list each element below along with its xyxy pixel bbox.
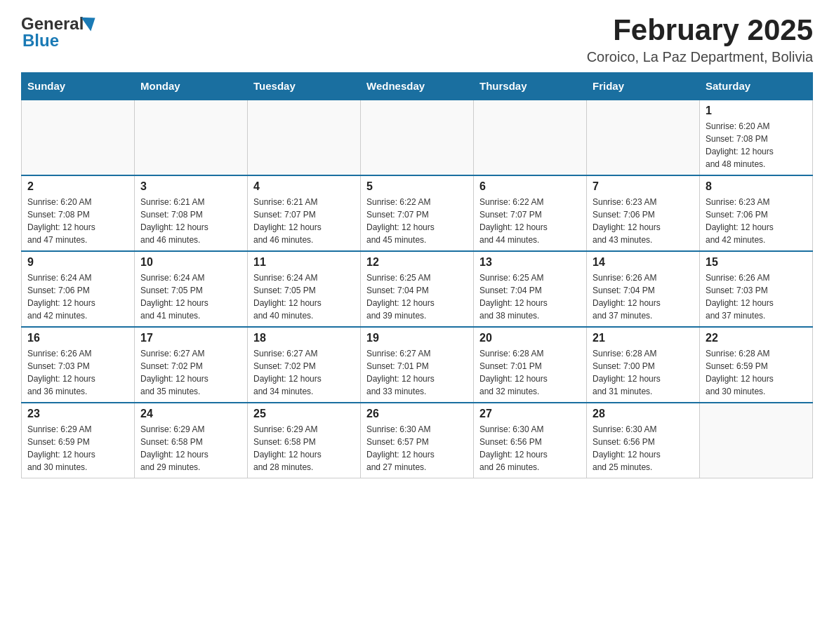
day-number: 19: [366, 332, 468, 344]
day-info: Sunrise: 6:30 AMSunset: 6:56 PMDaylight:…: [479, 423, 581, 474]
day-info: Sunrise: 6:27 AMSunset: 7:01 PMDaylight:…: [366, 347, 468, 398]
calendar-body: 1Sunrise: 6:20 AMSunset: 7:08 PMDaylight…: [22, 100, 813, 478]
logo-arrow-icon: [81, 11, 100, 32]
day-number: 1: [706, 105, 807, 117]
calendar-week-4: 16Sunrise: 6:26 AMSunset: 7:03 PMDayligh…: [22, 327, 813, 403]
calendar-cell: 2Sunrise: 6:20 AMSunset: 7:08 PMDaylight…: [22, 175, 135, 251]
calendar-cell: 28Sunrise: 6:30 AMSunset: 6:56 PMDayligh…: [587, 403, 700, 478]
day-number: 12: [366, 256, 468, 269]
day-info: Sunrise: 6:21 AMSunset: 7:07 PMDaylight:…: [253, 196, 355, 246]
day-number: 21: [593, 332, 694, 344]
day-header-sunday: Sunday: [22, 73, 135, 100]
calendar-cell: 9Sunrise: 6:24 AMSunset: 7:06 PMDaylight…: [22, 251, 135, 327]
day-number: 23: [27, 408, 128, 420]
calendar-cell: 18Sunrise: 6:27 AMSunset: 7:02 PMDayligh…: [248, 327, 361, 403]
day-number: 2: [27, 180, 128, 193]
calendar-cell: 10Sunrise: 6:24 AMSunset: 7:05 PMDayligh…: [135, 251, 248, 327]
day-info: Sunrise: 6:27 AMSunset: 7:02 PMDaylight:…: [140, 347, 241, 398]
calendar-cell: [248, 100, 361, 175]
calendar-cell: 23Sunrise: 6:29 AMSunset: 6:59 PMDayligh…: [22, 403, 135, 478]
day-info: Sunrise: 6:25 AMSunset: 7:04 PMDaylight:…: [479, 271, 581, 322]
day-info: Sunrise: 6:23 AMSunset: 7:06 PMDaylight:…: [706, 196, 807, 246]
day-header-saturday: Saturday: [700, 73, 813, 100]
day-number: 15: [706, 256, 807, 269]
calendar-cell: 5Sunrise: 6:22 AMSunset: 7:07 PMDaylight…: [361, 175, 474, 251]
day-info: Sunrise: 6:29 AMSunset: 6:58 PMDaylight:…: [140, 423, 241, 474]
calendar-cell: [587, 100, 700, 175]
day-number: 26: [366, 408, 468, 420]
day-info: Sunrise: 6:21 AMSunset: 7:08 PMDaylight:…: [140, 196, 241, 246]
calendar-cell: 11Sunrise: 6:24 AMSunset: 7:05 PMDayligh…: [248, 251, 361, 327]
day-info: Sunrise: 6:26 AMSunset: 7:03 PMDaylight:…: [27, 347, 128, 398]
day-number: 14: [593, 256, 694, 269]
day-info: Sunrise: 6:29 AMSunset: 6:59 PMDaylight:…: [27, 423, 128, 474]
calendar-week-5: 23Sunrise: 6:29 AMSunset: 6:59 PMDayligh…: [22, 403, 813, 478]
day-number: 25: [253, 408, 355, 420]
calendar-cell: 16Sunrise: 6:26 AMSunset: 7:03 PMDayligh…: [22, 327, 135, 403]
calendar-subtitle: Coroico, La Paz Department, Bolivia: [587, 49, 813, 65]
day-info: Sunrise: 6:24 AMSunset: 7:05 PMDaylight:…: [140, 271, 241, 322]
calendar-cell: 19Sunrise: 6:27 AMSunset: 7:01 PMDayligh…: [361, 327, 474, 403]
day-number: 22: [706, 332, 807, 344]
calendar-cell: [135, 100, 248, 175]
day-info: Sunrise: 6:23 AMSunset: 7:06 PMDaylight:…: [593, 196, 694, 246]
day-number: 13: [479, 256, 581, 269]
day-number: 6: [479, 180, 581, 193]
calendar-cell: 13Sunrise: 6:25 AMSunset: 7:04 PMDayligh…: [474, 251, 587, 327]
day-number: 5: [366, 180, 468, 193]
calendar-cell: 14Sunrise: 6:26 AMSunset: 7:04 PMDayligh…: [587, 251, 700, 327]
calendar-cell: 8Sunrise: 6:23 AMSunset: 7:06 PMDaylight…: [700, 175, 813, 251]
calendar-header: SundayMondayTuesdayWednesdayThursdayFrid…: [22, 73, 813, 100]
day-info: Sunrise: 6:26 AMSunset: 7:03 PMDaylight:…: [706, 271, 807, 322]
day-header-wednesday: Wednesday: [361, 73, 474, 100]
calendar-cell: 6Sunrise: 6:22 AMSunset: 7:07 PMDaylight…: [474, 175, 587, 251]
day-number: 24: [140, 408, 241, 420]
calendar-cell: 21Sunrise: 6:28 AMSunset: 7:00 PMDayligh…: [587, 327, 700, 403]
day-number: 3: [140, 180, 241, 193]
day-number: 7: [593, 180, 694, 193]
calendar-cell: 1Sunrise: 6:20 AMSunset: 7:08 PMDaylight…: [700, 100, 813, 175]
calendar-cell: 7Sunrise: 6:23 AMSunset: 7:06 PMDaylight…: [587, 175, 700, 251]
day-header-friday: Friday: [587, 73, 700, 100]
calendar-cell: 4Sunrise: 6:21 AMSunset: 7:07 PMDaylight…: [248, 175, 361, 251]
day-info: Sunrise: 6:28 AMSunset: 7:00 PMDaylight:…: [593, 347, 694, 398]
day-info: Sunrise: 6:28 AMSunset: 7:01 PMDaylight:…: [479, 347, 581, 398]
title-block: February 2025 Coroico, La Paz Department…: [587, 14, 813, 65]
day-info: Sunrise: 6:30 AMSunset: 6:56 PMDaylight:…: [593, 423, 694, 474]
day-number: 28: [593, 408, 694, 420]
page-header: General Blue February 2025 Coroico, La P…: [21, 14, 813, 65]
day-header-monday: Monday: [135, 73, 248, 100]
day-number: 8: [706, 180, 807, 193]
calendar-week-1: 1Sunrise: 6:20 AMSunset: 7:08 PMDaylight…: [22, 100, 813, 175]
day-info: Sunrise: 6:20 AMSunset: 7:08 PMDaylight:…: [27, 196, 128, 246]
calendar-cell: 12Sunrise: 6:25 AMSunset: 7:04 PMDayligh…: [361, 251, 474, 327]
calendar-cell: 22Sunrise: 6:28 AMSunset: 6:59 PMDayligh…: [700, 327, 813, 403]
calendar-week-3: 9Sunrise: 6:24 AMSunset: 7:06 PMDaylight…: [22, 251, 813, 327]
day-info: Sunrise: 6:22 AMSunset: 7:07 PMDaylight:…: [479, 196, 581, 246]
calendar-cell: 20Sunrise: 6:28 AMSunset: 7:01 PMDayligh…: [474, 327, 587, 403]
day-number: 18: [253, 332, 355, 344]
days-of-week-row: SundayMondayTuesdayWednesdayThursdayFrid…: [22, 73, 813, 100]
day-number: 4: [253, 180, 355, 193]
day-info: Sunrise: 6:24 AMSunset: 7:06 PMDaylight:…: [27, 271, 128, 322]
day-header-tuesday: Tuesday: [248, 73, 361, 100]
calendar-cell: 24Sunrise: 6:29 AMSunset: 6:58 PMDayligh…: [135, 403, 248, 478]
day-number: 9: [27, 256, 128, 269]
logo: General Blue: [21, 14, 96, 51]
day-info: Sunrise: 6:25 AMSunset: 7:04 PMDaylight:…: [366, 271, 468, 322]
calendar-cell: 17Sunrise: 6:27 AMSunset: 7:02 PMDayligh…: [135, 327, 248, 403]
day-number: 16: [27, 332, 128, 344]
calendar-cell: 27Sunrise: 6:30 AMSunset: 6:56 PMDayligh…: [474, 403, 587, 478]
day-info: Sunrise: 6:27 AMSunset: 7:02 PMDaylight:…: [253, 347, 355, 398]
day-info: Sunrise: 6:20 AMSunset: 7:08 PMDaylight:…: [706, 120, 807, 170]
day-number: 20: [479, 332, 581, 344]
calendar-cell: [361, 100, 474, 175]
day-header-thursday: Thursday: [474, 73, 587, 100]
day-info: Sunrise: 6:29 AMSunset: 6:58 PMDaylight:…: [253, 423, 355, 474]
calendar-title: February 2025: [587, 14, 813, 46]
calendar-cell: [700, 403, 813, 478]
logo-blue-text: Blue: [22, 31, 59, 51]
calendar-cell: [474, 100, 587, 175]
day-number: 17: [140, 332, 241, 344]
day-info: Sunrise: 6:30 AMSunset: 6:57 PMDaylight:…: [366, 423, 468, 474]
